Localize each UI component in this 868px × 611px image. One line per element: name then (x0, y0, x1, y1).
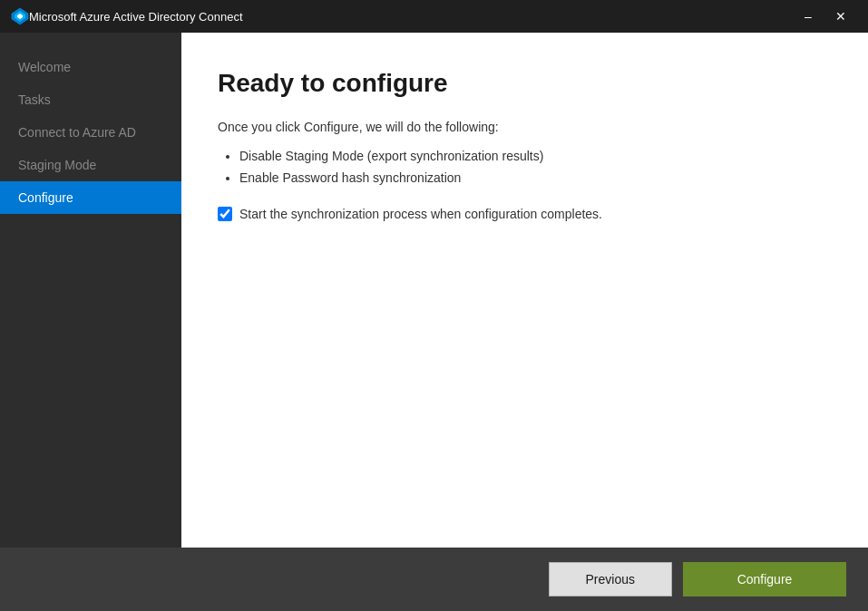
main-content: Ready to configure Once you click Config… (181, 33, 868, 548)
window-controls: – ✕ (792, 4, 857, 29)
app-body: Welcome Tasks Connect to Azure AD Stagin… (0, 33, 868, 548)
minimize-button[interactable]: – (792, 4, 824, 29)
sidebar-item-connect-azure-ad[interactable]: Connect to Azure AD (0, 116, 181, 149)
footer-bar: Previous Configure (0, 548, 868, 611)
app-window: Microsoft Azure Active Directory Connect… (0, 0, 868, 611)
sidebar-item-configure[interactable]: Configure (0, 181, 181, 214)
sync-checkbox-row: Start the synchronization process when c… (218, 207, 832, 221)
close-button[interactable]: ✕ (824, 4, 857, 29)
sync-checkbox-label[interactable]: Start the synchronization process when c… (239, 207, 602, 221)
sidebar-item-welcome[interactable]: Welcome (0, 51, 181, 83)
intro-text: Once you click Configure, we will do the… (218, 120, 832, 134)
sidebar: Welcome Tasks Connect to Azure AD Stagin… (0, 33, 181, 548)
sidebar-item-staging-mode[interactable]: Staging Mode (0, 149, 181, 181)
sidebar-item-tasks[interactable]: Tasks (0, 83, 181, 116)
list-item: Enable Password hash synchronization (239, 170, 832, 185)
previous-button[interactable]: Previous (549, 562, 672, 596)
list-item: Disable Staging Mode (export synchroniza… (239, 149, 832, 163)
sync-checkbox[interactable] (218, 207, 232, 221)
content-area: Ready to configure Once you click Config… (181, 33, 868, 548)
configure-button[interactable]: Configure (683, 562, 846, 596)
app-icon (11, 7, 29, 25)
page-title: Ready to configure (218, 69, 832, 98)
actions-list: Disable Staging Mode (export synchroniza… (239, 149, 832, 185)
title-bar: Microsoft Azure Active Directory Connect… (0, 0, 868, 33)
window-title: Microsoft Azure Active Directory Connect (29, 10, 792, 24)
